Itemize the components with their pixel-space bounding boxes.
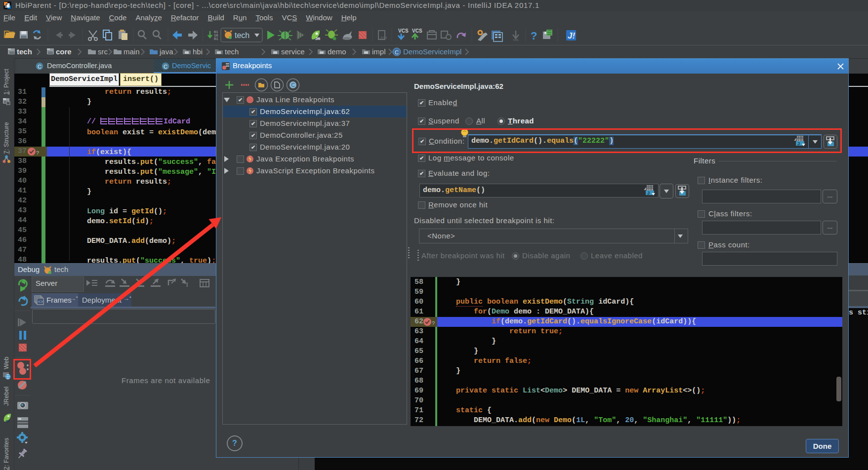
svg-text:01: 01 <box>214 37 218 41</box>
svg-text:impl: impl <box>372 47 386 56</box>
svg-text:tech: tech <box>225 47 239 56</box>
svg-text:?: ? <box>36 150 40 156</box>
svg-text:C: C <box>164 64 167 70</box>
svg-text:J: J <box>797 141 800 146</box>
svg-text:?: ? <box>432 320 435 326</box>
svg-text:DemoServiceImpl: DemoServiceImpl <box>403 47 461 56</box>
svg-text:JR: JR <box>315 37 320 41</box>
svg-text:J!: J! <box>568 31 575 40</box>
svg-text:?: ? <box>531 30 537 42</box>
svg-text:java: java <box>159 47 173 56</box>
svg-text:JR: JR <box>5 420 9 423</box>
svg-text:<>: <> <box>38 299 43 304</box>
svg-text:I: I <box>186 281 188 288</box>
svg-text:J: J <box>647 191 650 196</box>
svg-text:hbi: hbi <box>193 47 203 56</box>
svg-text:VCS: VCS <box>398 28 409 34</box>
svg-text:src: src <box>98 47 108 56</box>
svg-text:XML: XML <box>513 39 519 41</box>
svg-text:C: C <box>395 49 399 55</box>
svg-text:demo: demo <box>328 47 346 56</box>
svg-text:core: core <box>56 47 72 56</box>
svg-text:C: C <box>38 64 41 70</box>
svg-text:JVM: JVM <box>380 36 387 39</box>
svg-text:main: main <box>124 47 140 56</box>
svg-text:tech: tech <box>235 31 249 39</box>
svg-text:service: service <box>281 47 305 56</box>
svg-text:VCS: VCS <box>412 28 422 34</box>
svg-text:A: A <box>155 32 158 37</box>
svg-text:tech: tech <box>17 47 32 56</box>
